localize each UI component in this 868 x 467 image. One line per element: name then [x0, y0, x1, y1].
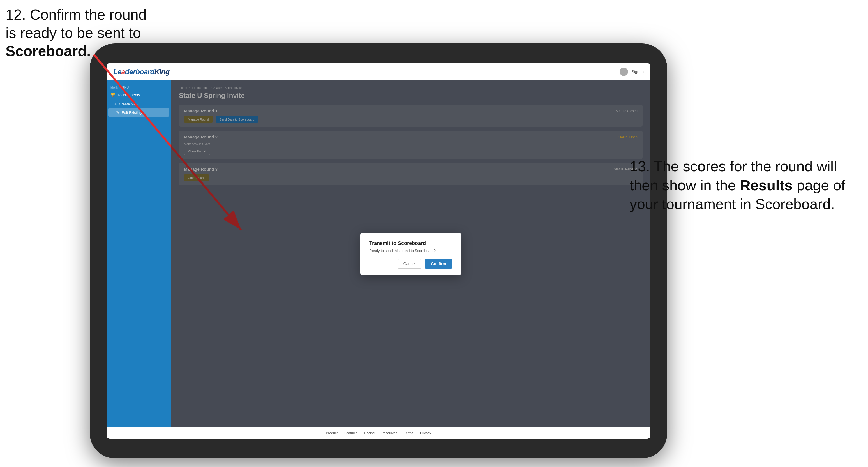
annotation-line3: Scoreboard. [6, 42, 147, 60]
modal-actions: Cancel Confirm [369, 259, 452, 269]
nav-right: Sign In [620, 67, 644, 76]
annotation-line1: 12. Confirm the round [6, 6, 147, 24]
footer-link-terms[interactable]: Terms [404, 431, 413, 435]
tablet-device: LeaderboardKing Sign In MAIN MENU 🏆 Tour… [90, 43, 667, 458]
sidebar-item-tournaments[interactable]: 🏆 Tournaments [106, 90, 171, 100]
sidebar-edit-existing-label: Edit Existing [122, 111, 142, 115]
modal-title: Transmit to Scoreboard [369, 241, 452, 246]
page-content: Home / Tournaments / State U Spring Invi… [171, 81, 650, 428]
top-navbar: LeaderboardKing Sign In [106, 63, 650, 81]
footer-link-product[interactable]: Product [326, 431, 338, 435]
sidebar-item-edit-existing[interactable]: ✎ Edit Existing [108, 108, 169, 117]
app-logo: LeaderboardKing [113, 67, 169, 76]
modal-confirm-button[interactable]: Confirm [425, 259, 452, 269]
modal-box: Transmit to Scoreboard Ready to send thi… [360, 233, 461, 275]
sidebar-create-new-label: Create New [119, 102, 138, 106]
annotation-right: 13. The scores for the round will then s… [630, 157, 860, 214]
sidebar: MAIN MENU 🏆 Tournaments + Create New ✎ E… [106, 81, 171, 428]
annotation-top-left: 12. Confirm the round is ready to be sen… [6, 6, 147, 60]
modal-cancel-button[interactable]: Cancel [398, 259, 422, 269]
tablet-screen: LeaderboardKing Sign In MAIN MENU 🏆 Tour… [106, 63, 650, 439]
plus-icon: + [114, 102, 117, 106]
edit-icon: ✎ [116, 110, 119, 115]
footer: Product Features Pricing Resources Terms… [106, 428, 650, 439]
sidebar-tournaments-label: Tournaments [118, 93, 140, 97]
footer-link-pricing[interactable]: Pricing [364, 431, 375, 435]
footer-link-resources[interactable]: Resources [381, 431, 397, 435]
sign-in-label[interactable]: Sign In [631, 69, 644, 74]
main-content: MAIN MENU 🏆 Tournaments + Create New ✎ E… [106, 81, 650, 428]
footer-link-features[interactable]: Features [344, 431, 358, 435]
trophy-icon: 🏆 [111, 93, 115, 97]
modal-subtitle: Ready to send this round to Scoreboard? [369, 249, 452, 253]
logo-area: LeaderboardKing [113, 67, 169, 76]
modal-overlay: Transmit to Scoreboard Ready to send thi… [171, 81, 650, 428]
footer-link-privacy[interactable]: Privacy [420, 431, 431, 435]
sidebar-item-create-new[interactable]: + Create New [106, 100, 171, 108]
annotation-line2: is ready to be sent to [6, 24, 147, 42]
sidebar-main-menu-label: MAIN MENU [106, 84, 171, 90]
annotation-right-text: 13. The scores for the round will then s… [630, 158, 845, 212]
avatar [620, 67, 628, 76]
